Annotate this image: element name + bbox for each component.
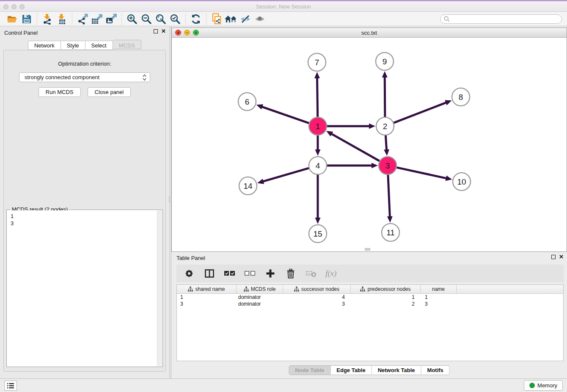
table-cell-shared-name[interactable]: 3 <box>177 301 237 307</box>
graph-edge-2-9[interactable] <box>385 77 385 117</box>
close-table-panel-icon[interactable]: ✕ <box>559 255 564 259</box>
graph-node-14[interactable]: 14 <box>239 177 257 195</box>
close-panel-icon[interactable]: ✕ <box>161 29 166 33</box>
search-box[interactable] <box>440 14 562 24</box>
toolbar-separator <box>37 14 37 25</box>
settings-gear-icon[interactable] <box>183 268 195 279</box>
column-header-label: name <box>432 286 445 292</box>
result-scrollbar[interactable] <box>157 210 162 366</box>
open-session-icon[interactable] <box>5 13 19 25</box>
graph-node-label: 9 <box>383 57 387 66</box>
import-network-icon[interactable] <box>40 13 55 25</box>
refresh-icon[interactable] <box>189 13 203 25</box>
graph-edge-1-7[interactable] <box>317 77 317 117</box>
table-tab-motifs[interactable]: Motifs <box>421 365 450 375</box>
zoom-selected-icon[interactable] <box>168 13 182 25</box>
canvas-scroll-handle[interactable] <box>365 248 370 251</box>
function-builder-icon[interactable]: f(x) <box>325 269 336 278</box>
graph-node-1[interactable]: 1 <box>309 117 327 135</box>
table-cell-predecessor-nodes[interactable]: 2 <box>351 301 421 307</box>
table-row[interactable]: 3dominator323 <box>177 301 563 307</box>
delete-table-icon[interactable] <box>305 268 317 279</box>
table-cell-name[interactable]: 3 <box>421 301 457 307</box>
graph-edge-3-10[interactable] <box>396 168 446 179</box>
graph-node-7[interactable]: 7 <box>308 53 326 71</box>
graph-node-6[interactable]: 6 <box>238 93 256 110</box>
graph-edge-2-8[interactable] <box>394 102 447 123</box>
network-window-titlebar[interactable]: × − + scc.txt <box>172 28 567 38</box>
split-panel-icon[interactable] <box>204 268 215 279</box>
zoom-out-icon[interactable] <box>139 13 154 25</box>
network-canvas[interactable]: 1234678910111415 <box>172 38 567 251</box>
graph-node-label: 2 <box>383 122 388 131</box>
column-header-name[interactable]: name <box>421 285 457 293</box>
table-cell-mcds-role[interactable]: dominator <box>237 294 283 301</box>
export-network-icon[interactable] <box>75 13 90 25</box>
graph-node-3[interactable]: 3 <box>379 157 396 174</box>
graph-edge-arrowhead <box>256 104 263 109</box>
table-cell-mcds-role[interactable]: dominator <box>237 301 283 307</box>
table-tab-network-table[interactable]: Network Table <box>372 365 421 375</box>
save-session-icon[interactable] <box>19 13 34 25</box>
zoom-in-icon[interactable] <box>125 13 139 25</box>
column-header-successor-nodes[interactable]: successor nodes <box>283 285 351 293</box>
table-row[interactable]: 1dominator411 <box>177 294 563 301</box>
table-cell-successor-nodes[interactable]: 4 <box>283 294 351 301</box>
control-tab-style[interactable]: Style <box>61 41 85 50</box>
graph-edge-1-6[interactable] <box>261 107 309 123</box>
graph-node-8[interactable]: 8 <box>452 88 470 106</box>
toolbar-separator <box>121 14 122 25</box>
column-header-predecessor-nodes[interactable]: predecessor nodes <box>351 285 421 293</box>
home-layout-icon[interactable] <box>224 13 238 25</box>
graph-node-label: 6 <box>245 97 250 106</box>
deselect-all-rows-icon[interactable] <box>244 268 256 279</box>
column-header-label: shared name <box>195 286 225 292</box>
float-panel-icon[interactable] <box>154 29 158 33</box>
graph-node-15[interactable]: 15 <box>309 225 327 243</box>
table-cell-shared-name[interactable]: 1 <box>177 294 237 301</box>
graph-node-label: 1 <box>316 122 320 131</box>
graph-node-11[interactable]: 11 <box>382 224 399 241</box>
control-tab-network[interactable]: Network <box>28 41 61 50</box>
graph-edge-4-14[interactable] <box>263 168 309 182</box>
search-input[interactable] <box>451 16 558 22</box>
close-panel-button[interactable]: Close panel <box>88 87 131 97</box>
control-tab-mcds[interactable]: MCDS <box>113 40 141 49</box>
table-cell-successor-nodes[interactable]: 3 <box>283 301 351 307</box>
graph-node-9[interactable]: 9 <box>376 52 394 70</box>
table-tab-edge-table[interactable]: Edge Table <box>330 365 372 375</box>
run-mcds-button[interactable]: Run MCDS <box>39 87 81 97</box>
table-tab-node-table[interactable]: Node Table <box>289 365 330 375</box>
table-cell-predecessor-nodes[interactable]: 1 <box>351 294 421 301</box>
control-tab-select[interactable]: Select <box>85 41 113 50</box>
node-table-header: shared nameMCDS rolesuccessor nodesprede… <box>177 285 563 294</box>
graph-node-10[interactable]: 10 <box>453 173 471 190</box>
graph-node-2[interactable]: 2 <box>376 117 394 135</box>
import-table-icon[interactable] <box>55 13 69 25</box>
delete-column-icon[interactable] <box>285 268 297 279</box>
zoom-fit-icon[interactable] <box>154 13 168 25</box>
graph-node-label: 8 <box>459 93 463 102</box>
table-panel-title: Table Panel <box>176 255 205 261</box>
graph-edge-2-3[interactable] <box>385 135 386 150</box>
node-table: shared nameMCDS rolesuccessor nodesprede… <box>176 284 564 361</box>
memory-button[interactable]: Memory <box>524 380 563 391</box>
graph-edge-arrowhead <box>369 124 375 129</box>
first-neighbors-icon[interactable] <box>209 13 224 25</box>
export-image-icon[interactable] <box>104 13 118 25</box>
float-table-panel-icon[interactable] <box>551 255 556 259</box>
table-cell-name[interactable]: 1 <box>421 294 457 301</box>
criterion-dropdown[interactable]: strongly connected component <box>19 72 150 82</box>
hide-selected-icon[interactable] <box>238 13 253 25</box>
column-header-label: successor nodes <box>301 286 339 292</box>
graph-node-4[interactable]: 4 <box>309 157 327 174</box>
show-all-icon[interactable] <box>253 13 267 25</box>
column-header-shared-name[interactable]: shared name <box>177 285 237 293</box>
column-header-mcds-role[interactable]: MCDS role <box>237 285 283 293</box>
export-table-icon[interactable] <box>90 13 104 25</box>
graph-edge-3-1[interactable] <box>331 134 379 161</box>
add-column-icon[interactable] <box>264 268 276 279</box>
show-panels-button[interactable] <box>4 381 17 391</box>
graph-edge-3-11[interactable] <box>388 175 390 217</box>
select-all-rows-icon[interactable] <box>224 268 236 279</box>
